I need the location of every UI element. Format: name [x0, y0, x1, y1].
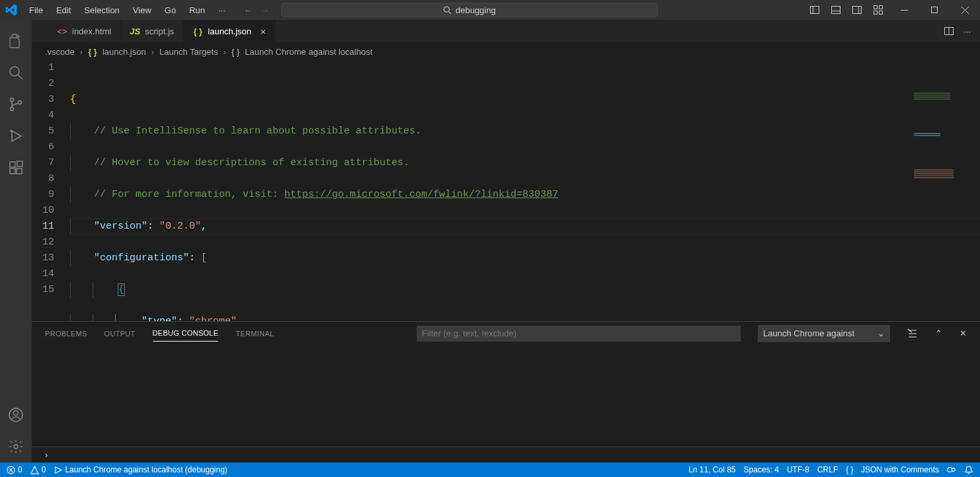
status-notifications-icon[interactable]	[964, 465, 973, 474]
clear-console-icon[interactable]	[907, 328, 918, 339]
chevron-right-icon: ›	[224, 47, 226, 57]
menu-view[interactable]: View	[126, 0, 158, 20]
status-feedback-icon[interactable]	[947, 465, 956, 474]
menu-go[interactable]: Go	[158, 0, 183, 20]
status-indentation[interactable]: Spaces: 4	[744, 465, 779, 474]
tab-label: index.html	[72, 26, 111, 36]
breadcrumbs[interactable]: .vscode › { } launch.json › Launch Targe…	[32, 43, 980, 60]
customize-layout-icon[interactable]	[873, 5, 883, 15]
debug-console-body[interactable]	[32, 345, 980, 447]
svg-rect-6	[853, 7, 862, 14]
panel-tab-debug-console[interactable]: DEBUG CONSOLE	[153, 325, 219, 342]
svg-rect-8	[874, 6, 878, 9]
breadcrumb-section[interactable]: Launch Targets	[159, 47, 218, 57]
more-actions-icon[interactable]: ···	[963, 26, 971, 36]
tab-close-icon[interactable]: ✕	[261, 26, 266, 36]
svg-line-17	[18, 75, 22, 79]
svg-point-28	[14, 445, 18, 449]
vscode-logo-icon	[0, 0, 22, 20]
breadcrumb-item[interactable]: Launch Chrome against localhost	[245, 47, 372, 57]
split-editor-icon[interactable]	[944, 26, 954, 36]
debug-session-label: Launch Chrome against	[763, 328, 854, 338]
toggle-sidebar-icon[interactable]	[809, 5, 820, 15]
extensions-icon[interactable]	[0, 152, 32, 184]
svg-point-18	[11, 98, 14, 102]
command-center-search[interactable]: debugging	[281, 3, 658, 17]
maximize-icon[interactable]	[919, 0, 950, 20]
source-control-icon[interactable]	[0, 89, 32, 120]
nav-forward-icon[interactable]: →	[261, 5, 269, 15]
error-icon	[7, 466, 15, 474]
editor-tabs: <> index.html JS script.js { } launch.js…	[32, 20, 980, 43]
svg-rect-25	[17, 161, 22, 166]
svg-rect-24	[17, 168, 22, 174]
code-content[interactable]: { // Use IntelliSense to learn about pos…	[70, 60, 980, 321]
menu-selection[interactable]: Selection	[77, 0, 126, 20]
svg-point-16	[10, 67, 19, 76]
debug-console-input[interactable]: ›	[32, 447, 980, 462]
status-errors[interactable]: 0	[7, 465, 22, 474]
svg-rect-10	[874, 11, 878, 15]
status-launch-config[interactable]: Launch Chrome against localhost (debuggi…	[54, 465, 227, 474]
svg-rect-22	[10, 162, 15, 167]
close-panel-icon[interactable]: ✕	[960, 328, 967, 338]
tab-script-js[interactable]: JS script.js	[121, 20, 184, 42]
json-icon: { }	[846, 465, 853, 474]
debug-session-select[interactable]: Launch Chrome against ⌄	[758, 325, 890, 342]
svg-point-20	[19, 101, 22, 104]
title-bar: File Edit Selection View Go Run ··· ← → …	[0, 0, 980, 20]
explorer-icon[interactable]	[0, 25, 32, 57]
status-encoding[interactable]: UTF-8	[787, 465, 809, 474]
settings-gear-icon[interactable]	[0, 431, 32, 462]
window-controls	[889, 0, 980, 20]
menu-run[interactable]: Run	[183, 0, 212, 20]
nav-buttons: ← →	[232, 5, 281, 15]
breadcrumb-file[interactable]: launch.json	[102, 47, 146, 57]
tab-label: launch.json	[208, 26, 251, 36]
panel-tab-problems[interactable]: PROBLEMS	[45, 326, 87, 342]
run-debug-icon[interactable]	[0, 120, 32, 152]
debug-icon	[54, 466, 62, 474]
svg-rect-23	[10, 168, 15, 174]
accounts-icon[interactable]	[0, 399, 32, 431]
search-activity-icon[interactable]	[0, 57, 32, 89]
menu-file[interactable]: File	[22, 0, 50, 20]
minimap[interactable]	[914, 60, 980, 321]
js-file-icon: JS	[130, 26, 140, 36]
toggle-panel-icon[interactable]	[831, 5, 841, 15]
panel-tab-bar: PROBLEMS OUTPUT DEBUG CONSOLE TERMINAL L…	[32, 322, 980, 345]
panel-tab-terminal[interactable]: TERMINAL	[235, 326, 274, 342]
svg-point-21	[11, 130, 12, 131]
status-language-mode[interactable]: { } JSON with Comments	[846, 465, 939, 474]
bottom-panel: PROBLEMS OUTPUT DEBUG CONSOLE TERMINAL L…	[32, 321, 980, 462]
code-editor[interactable]: 123 456 789 101112 131415 { // Use Intel…	[32, 60, 980, 321]
nav-back-icon[interactable]: ←	[244, 5, 253, 15]
chevron-right-icon: ›	[45, 450, 48, 460]
debug-filter-input[interactable]	[417, 326, 741, 342]
status-warnings[interactable]: 0	[30, 465, 46, 474]
chevron-down-icon: ⌄	[878, 328, 885, 338]
chevron-right-icon: ›	[151, 47, 154, 57]
svg-point-0	[444, 7, 449, 12]
line-numbers: 123 456 789 101112 131415	[32, 60, 70, 321]
menu-edit[interactable]: Edit	[50, 0, 77, 20]
svg-rect-4	[832, 7, 840, 14]
svg-rect-13	[932, 7, 938, 13]
tab-label: script.js	[145, 26, 174, 36]
activity-bar	[0, 20, 32, 462]
status-eol[interactable]: CRLF	[817, 465, 838, 474]
tab-launch-json[interactable]: { } launch.json ✕	[184, 20, 276, 42]
toggle-secondary-icon[interactable]	[852, 5, 862, 15]
main: <> index.html JS script.js { } launch.js…	[0, 20, 980, 462]
collapse-panel-icon[interactable]: ⌃	[935, 328, 942, 338]
panel-tab-output[interactable]: OUTPUT	[104, 326, 136, 342]
status-cursor-position[interactable]: Ln 11, Col 85	[688, 465, 735, 474]
menu-more-icon[interactable]: ···	[212, 5, 232, 15]
minimize-icon[interactable]	[889, 0, 919, 20]
breadcrumb-folder[interactable]: .vscode	[45, 47, 75, 57]
search-icon	[443, 6, 452, 15]
close-icon[interactable]	[950, 0, 980, 20]
tab-index-html[interactable]: <> index.html	[48, 20, 121, 42]
json-file-icon: { }	[193, 26, 202, 36]
search-text: debugging	[456, 5, 496, 15]
